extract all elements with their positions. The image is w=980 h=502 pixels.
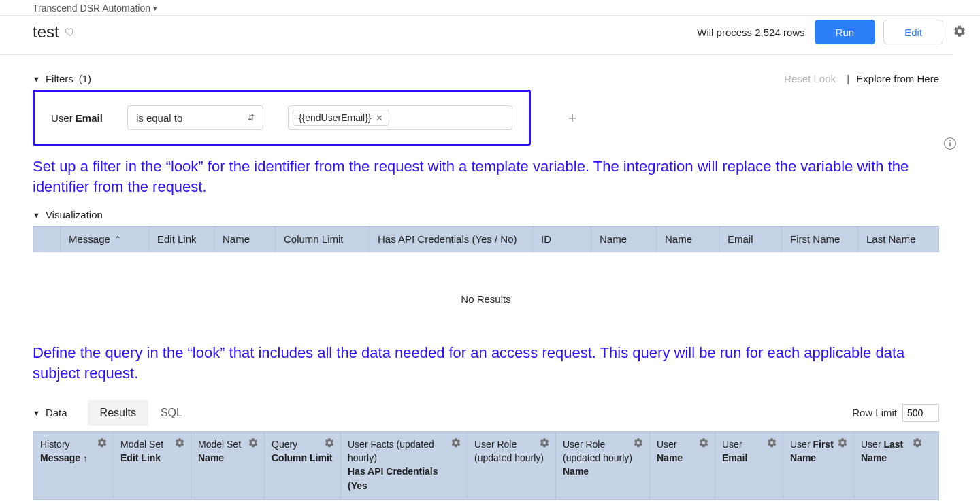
- filters-count: (1): [79, 73, 91, 84]
- look-settings-button[interactable]: [953, 24, 966, 40]
- column-gear-icon[interactable]: [539, 437, 550, 452]
- data-section-toggle[interactable]: ▼ Data: [33, 407, 67, 418]
- filter-operator-value: is equal to: [136, 112, 182, 124]
- filter-operator-select[interactable]: is equal to ⇵: [127, 105, 263, 130]
- data-col-header[interactable]: User Facts (updated hourly) Has API Cred…: [340, 432, 467, 499]
- reset-look-link: Reset Look: [784, 73, 836, 84]
- viz-col-header[interactable]: First Name: [781, 227, 858, 252]
- data-col-header[interactable]: Model Set Edit Link: [113, 432, 191, 499]
- chip-remove-icon[interactable]: ✕: [376, 113, 383, 123]
- viz-col-header[interactable]: Last Name: [858, 227, 934, 252]
- viz-col-header[interactable]: Message ⌃: [60, 227, 148, 252]
- column-gear-icon[interactable]: [248, 437, 259, 452]
- caret-down-icon: ▼: [33, 75, 40, 83]
- filter-value-input[interactable]: {{endUserEmail}} ✕: [288, 105, 512, 130]
- data-col-header[interactable]: User Name: [649, 432, 715, 499]
- data-col-header[interactable]: User Last Name: [853, 432, 928, 499]
- filter-annotation: Set up a filter in the “look” for the id…: [33, 156, 931, 197]
- filters-section-label: Filters: [46, 73, 74, 84]
- filter-row: User Email is equal to ⇵ {{endUserEmail}…: [33, 90, 531, 146]
- viz-col-header[interactable]: Name: [591, 227, 656, 252]
- edit-button[interactable]: Edit: [883, 20, 943, 44]
- explore-from-here-link[interactable]: Explore from Here: [856, 73, 939, 84]
- visualization-section-label: Visualization: [46, 209, 103, 220]
- column-gear-icon[interactable]: [912, 437, 923, 452]
- data-col-header[interactable]: History Message ↑: [33, 432, 113, 499]
- column-gear-icon[interactable]: [451, 437, 461, 452]
- filter-field-label: User Email: [51, 112, 103, 124]
- workspace-name: Transcend DSR Automation: [33, 3, 150, 14]
- data-col-header[interactable]: Query Column Limit: [264, 432, 340, 499]
- data-col-header[interactable]: User Role (updated hourly): [467, 432, 555, 499]
- viz-col-header[interactable]: Column Limit: [275, 227, 369, 252]
- column-gear-icon[interactable]: [837, 437, 848, 452]
- filter-chip: {{endUserEmail}} ✕: [293, 110, 389, 126]
- visualization-section-toggle[interactable]: ▼ Visualization: [33, 209, 103, 220]
- column-gear-icon[interactable]: [766, 437, 777, 452]
- viz-col-header[interactable]: ID: [532, 227, 591, 252]
- filter-chip-text: {{endUserEmail}}: [299, 112, 372, 123]
- info-icon[interactable]: [943, 137, 957, 152]
- process-count-msg: Will process 2,524 rows: [697, 27, 804, 38]
- viz-no-results: No Results: [33, 252, 939, 332]
- data-col-header[interactable]: Model Set Name: [191, 432, 264, 499]
- viz-col-header[interactable]: Name: [656, 227, 719, 252]
- viz-col-header[interactable]: Has API Credentials (Yes / No): [369, 227, 532, 252]
- chevron-down-icon: ▾: [153, 4, 157, 13]
- tab-sql[interactable]: SQL: [148, 400, 195, 426]
- sort-asc-icon: ↑: [83, 454, 87, 463]
- viz-col-header[interactable]: Email: [719, 227, 781, 252]
- caret-down-icon: ▼: [33, 211, 40, 219]
- column-gear-icon[interactable]: [698, 437, 709, 452]
- data-col-header[interactable]: User First Name: [783, 432, 853, 499]
- column-gear-icon[interactable]: [324, 437, 335, 452]
- row-limit-input[interactable]: [902, 404, 939, 422]
- filters-section-toggle[interactable]: ▼ Filters (1): [33, 73, 91, 84]
- divider: |: [847, 73, 849, 84]
- column-gear-icon[interactable]: [97, 437, 108, 452]
- sort-asc-icon: ⌃: [114, 235, 121, 244]
- query-annotation: Define the query in the “look” that incl…: [33, 343, 931, 383]
- visualization-table: Message ⌃ Edit Link Name Column Limit Ha…: [33, 226, 939, 332]
- data-table-header: History Message ↑ Model Set Edit Link Mo…: [33, 431, 939, 500]
- tab-results[interactable]: Results: [88, 400, 148, 426]
- data-col-header[interactable]: User Role (updated hourly) Name: [555, 432, 649, 499]
- viz-col-header[interactable]: Name: [214, 227, 275, 252]
- data-section-label: Data: [46, 407, 67, 418]
- row-limit-label: Row Limit: [852, 407, 897, 418]
- column-gear-icon[interactable]: [633, 437, 644, 452]
- workspace-crumb[interactable]: Transcend DSR Automation ▾: [33, 3, 157, 15]
- viz-col-header[interactable]: Edit Link: [148, 227, 214, 252]
- run-button[interactable]: Run: [815, 20, 876, 44]
- page-title: test: [33, 22, 59, 41]
- data-col-header[interactable]: User Email: [715, 432, 783, 499]
- add-filter-button[interactable]: ＋: [565, 107, 580, 128]
- column-gear-icon[interactable]: [174, 437, 185, 452]
- favorite-icon[interactable]: [65, 22, 76, 41]
- viz-leading-cell: [33, 227, 60, 252]
- caret-down-icon: ▼: [33, 409, 40, 417]
- select-sort-icon: ⇵: [248, 113, 255, 122]
